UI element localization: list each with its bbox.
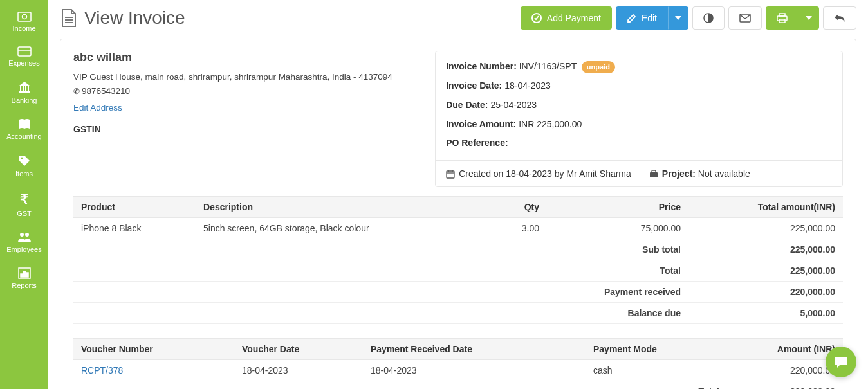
sidebar-item-income[interactable]: Income [0,5,48,40]
svg-rect-0 [18,12,31,21]
svg-rect-26 [447,171,454,178]
project-info: Project: Not available [649,168,750,179]
svg-rect-4 [20,86,21,91]
svg-rect-6 [25,86,26,91]
customer-block: abc willam VIP Guest House, main road, s… [73,51,422,187]
due-date-value: 25-04-2023 [490,100,537,110]
svg-rect-16 [26,273,28,277]
col-qty: Qty [489,196,547,217]
page-title: View Invoice [84,8,185,28]
edit-address-link[interactable]: Edit Address [73,103,122,113]
cell-price: 75,000.00 [547,217,688,239]
sidebar-item-label: Banking [12,96,37,104]
vouchers-header-row: Voucher Number Voucher Date Payment Rece… [73,338,843,359]
cell-voucher-date: 18-04-2023 [234,359,363,381]
svg-rect-30 [650,172,658,177]
project-value: Not available [698,168,750,179]
customer-phone-value: 9876543210 [82,86,130,96]
sidebar: Income Expenses Banking Accounting Items… [0,0,48,389]
svg-point-12 [25,233,29,237]
tag-icon [18,154,31,167]
col-payment-mode: Payment Mode [586,338,727,359]
summary-row: Balance due5,000.00 [73,302,843,323]
contrast-icon [703,13,714,23]
voucher-link[interactable]: RCPT/378 [81,365,123,375]
invoice-date-label: Invoice Date: [446,80,502,91]
col-voucher-amount: Amount (INR) [727,338,843,359]
col-voucher-date: Voucher Date [234,338,363,359]
cell-payment-received: 18-04-2023 [363,359,586,381]
add-payment-label: Add Payment [547,13,601,23]
col-voucher-number: Voucher Number [73,338,234,359]
add-payment-button[interactable]: Add Payment [521,6,612,30]
back-button[interactable] [823,6,856,30]
products-table: Product Description Qty Price Total amou… [73,196,843,324]
svg-rect-7 [28,86,29,91]
email-button[interactable] [728,6,762,30]
svg-rect-14 [21,274,23,277]
sidebar-item-gst[interactable]: ₹ GST [0,185,48,225]
sidebar-item-label: Employees [6,246,41,253]
cell-description: 5inch screen, 64GB storage, Black colour [196,217,489,239]
summary-row: Total225,000.00 [73,260,843,281]
print-dropdown-button[interactable] [799,6,819,30]
project-text: Project: Not available [662,168,750,179]
created-info: Created on 18-04-2023 by Mr Amit Sharma [446,168,631,179]
summary-label: Balance due [73,302,688,323]
invoice-number-line: Invoice Number: INV/1163/SPT unpaid [446,60,832,73]
sidebar-item-label: Accounting [6,132,41,140]
edit-dropdown-button[interactable] [668,6,688,30]
sidebar-item-label: Items [15,170,33,177]
summary-value: 5,000.00 [688,302,843,323]
voucher-total-label: Total [73,381,727,389]
table-row: RCPT/37818-04-202318-04-2023cash220,000.… [73,359,843,381]
invoice-number-label: Invoice Number: [446,61,517,71]
products-header-row: Product Description Qty Price Total amou… [73,196,843,217]
summary-value: 220,000.00 [688,281,843,302]
sidebar-item-reports[interactable]: Reports [0,261,48,297]
sidebar-item-accounting[interactable]: Accounting [0,112,48,148]
invoice-date-line: Invoice Date: 18-04-2023 [446,80,832,93]
contrast-button[interactable] [692,6,725,30]
col-product: Product [73,196,196,217]
sidebar-item-employees[interactable]: Employees [0,225,48,261]
meta-footer: Created on 18-04-2023 by Mr Amit Sharma … [436,160,842,186]
check-circle-icon [531,13,542,23]
chat-fab[interactable] [826,347,856,377]
sidebar-item-label: Expenses [8,59,39,67]
edit-button[interactable]: Edit [616,6,668,30]
summary-value: 225,000.00 [688,239,843,260]
vouchers-table: Voucher Number Voucher Date Payment Rece… [73,338,843,389]
invoice-number-value: INV/1163/SPT [519,61,577,71]
sidebar-item-banking[interactable]: Banking [0,75,48,112]
rupee-icon: ₹ [20,192,28,207]
invoice-amount-value: INR 225,000.00 [519,119,582,129]
summary-label: Sub total [73,239,688,260]
po-reference-line: PO Reference: [446,137,832,150]
svg-rect-22 [740,14,750,22]
chart-icon [18,267,31,279]
print-button[interactable] [766,6,799,30]
sidebar-item-expenses[interactable]: Expenses [0,40,48,75]
document-icon [60,8,77,28]
page-title-wrap: View Invoice [60,8,185,28]
svg-point-11 [20,233,24,237]
envelope-icon [739,14,751,23]
summary-value: 225,000.00 [688,260,843,281]
sidebar-item-label: GST [17,210,32,217]
calendar-icon [446,170,455,179]
sidebar-item-items[interactable]: Items [0,148,48,185]
print-icon [777,13,788,23]
meta-body: Invoice Number: INV/1163/SPT unpaid Invo… [436,51,842,160]
summary-label: Payment received [73,281,688,302]
col-payment-received: Payment Received Date [363,338,586,359]
col-price: Price [547,196,688,217]
col-total: Total amount(INR) [688,196,843,217]
card-icon [17,46,32,57]
book-icon [18,118,31,130]
cell-total: 225,000.00 [688,217,843,239]
edit-label: Edit [642,13,657,23]
summary-row: Payment received220,000.00 [73,281,843,302]
due-date-line: Due Date: 25-04-2023 [446,99,832,112]
table-row: iPhone 8 Black5inch screen, 64GB storage… [73,217,843,239]
